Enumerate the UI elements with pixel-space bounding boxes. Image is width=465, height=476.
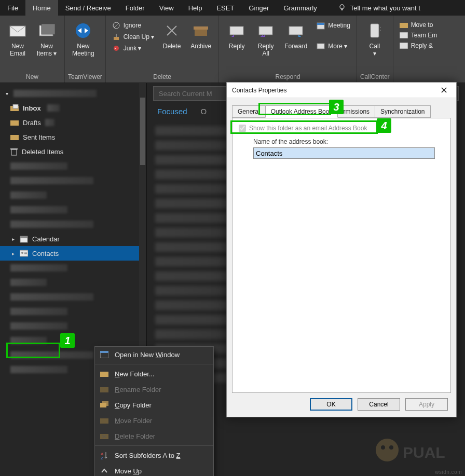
reply-all-icon: [258, 24, 273, 37]
folder-redacted[interactable]: [0, 202, 146, 217]
new-email-button[interactable]: New Email: [3, 18, 32, 57]
call-button[interactable]: Call ▾: [360, 18, 389, 57]
new-items-icon: [38, 24, 55, 37]
dialog-ok-button[interactable]: OK: [310, 398, 352, 411]
svg-rect-20: [400, 23, 408, 28]
junk-button[interactable]: Junk ▾: [109, 43, 157, 54]
tell-me-search[interactable]: Tell me what you want t: [331, 0, 428, 16]
delete-button[interactable]: Delete: [157, 18, 186, 50]
folder-redacted[interactable]: [0, 159, 146, 173]
watermark-graphic: PUAL: [361, 429, 455, 471]
svg-rect-28: [10, 148, 18, 149]
scrollbar-thumb[interactable]: [140, 98, 145, 165]
more-icon: [317, 42, 325, 50]
menu-eset[interactable]: ESET: [209, 0, 241, 16]
nav-calendar[interactable]: ▸ Calendar: [0, 232, 146, 246]
dialog-titlebar: Contacts Properties ✕: [227, 83, 456, 98]
svg-rect-12: [194, 26, 208, 30]
menu-home[interactable]: Home: [25, 0, 58, 16]
ribbon-group-callcenter-label: CallCenter: [360, 72, 390, 83]
addressbook-name-input[interactable]: [253, 147, 435, 159]
ribbon-group-teamviewer-label: TeamViewer: [68, 72, 102, 83]
reply-delete-button[interactable]: Reply &: [396, 40, 441, 51]
ctx-open-new-window[interactable]: Open in New Window: [95, 347, 213, 362]
folder-redacted[interactable]: [0, 290, 146, 304]
moveto-button[interactable]: Move to: [396, 20, 441, 30]
svg-rect-22: [400, 43, 408, 49]
folder-redacted[interactable]: [0, 173, 146, 188]
meeting-button[interactable]: Meeting: [313, 20, 353, 31]
ignore-button[interactable]: Ignore: [109, 20, 157, 31]
svg-rect-13: [230, 26, 243, 35]
dialog-cancel-button[interactable]: Cancel: [358, 398, 400, 411]
menu-ginger[interactable]: Ginger: [241, 0, 276, 16]
annotation-number-3: 3: [329, 100, 344, 114]
folder-redacted[interactable]: [0, 275, 146, 290]
menu-help[interactable]: Help: [181, 0, 210, 16]
dialog-tab-addressbook[interactable]: Outlook Address Book: [265, 105, 338, 118]
svg-point-49: [376, 439, 399, 461]
svg-rect-11: [195, 29, 207, 36]
cleanup-button[interactable]: Clean Up ▾: [109, 31, 157, 43]
show-folder-checkbox[interactable]: [239, 125, 246, 132]
tab-focused[interactable]: Focused: [157, 107, 187, 116]
tab-other[interactable]: O: [201, 107, 207, 116]
ctx-move-up[interactable]: Move Up: [95, 463, 213, 476]
new-items-button[interactable]: New Items ▾: [32, 18, 61, 57]
nav-contacts[interactable]: ▸ Contacts: [0, 246, 146, 261]
folder-redacted[interactable]: [0, 304, 146, 319]
ctx-sort-az[interactable]: AZ Sort Subfolders A to Z: [95, 447, 213, 463]
menu-view[interactable]: View: [152, 0, 181, 16]
account-header[interactable]: ▾: [0, 86, 146, 101]
menu-folder[interactable]: Folder: [118, 0, 152, 16]
ctx-copy-folder[interactable]: Copy Folder: [95, 397, 213, 413]
menu-grammarly[interactable]: Grammarly: [276, 0, 324, 16]
dialog-tab-general[interactable]: General: [232, 105, 266, 118]
folder-drafts[interactable]: Drafts: [0, 115, 146, 130]
ribbon-group-new-label: New: [3, 72, 61, 83]
ribbon-group-respond-label: Respond: [222, 72, 353, 83]
svg-rect-21: [400, 32, 408, 38]
folder-redacted[interactable]: [0, 319, 146, 333]
folder-deleted[interactable]: Deleted Items: [0, 144, 146, 159]
reply-all-button[interactable]: Reply All: [251, 18, 280, 57]
new-meeting-button[interactable]: New Meeting: [68, 18, 99, 57]
svg-rect-17: [317, 23, 324, 25]
folder-redacted[interactable]: [0, 217, 146, 232]
folder-sent-label: Sent Items: [23, 133, 55, 141]
forward-button[interactable]: Forward: [280, 18, 311, 50]
dialog-close-button[interactable]: ✕: [437, 85, 451, 96]
svg-rect-4: [42, 24, 55, 34]
context-menu: Open in New Window New Folder... Rename …: [94, 346, 214, 476]
archive-button[interactable]: Archive: [186, 18, 215, 50]
watermark-text: wsidn.com: [435, 469, 462, 475]
svg-point-9: [114, 46, 119, 51]
inbox-icon: [10, 104, 19, 112]
folder-inbox-label: Inbox: [23, 104, 41, 112]
svg-rect-27: [11, 149, 17, 155]
respond-more-button[interactable]: More ▾: [313, 40, 353, 52]
archive-icon: [194, 24, 208, 37]
new-email-label: New Email: [10, 43, 25, 57]
ctx-label: Rename Folder: [115, 386, 161, 393]
svg-rect-18: [317, 44, 324, 49]
dialog-apply-button: Apply: [405, 398, 448, 411]
folder-deleted-label: Deleted Items: [22, 148, 63, 156]
svg-line-7: [114, 23, 118, 28]
junk-icon: [112, 44, 120, 52]
ctx-label: Move Folder: [115, 417, 152, 425]
reply-button[interactable]: Reply: [222, 18, 251, 50]
show-folder-checkbox-row[interactable]: Show this folder as an email Address Boo…: [239, 125, 444, 132]
folder-redacted[interactable]: [0, 261, 146, 275]
folder-inbox[interactable]: Inbox: [0, 101, 146, 115]
dialog-tab-sync[interactable]: Synchronization: [375, 105, 430, 118]
ribbon-group-delete-label: Delete: [109, 72, 215, 83]
ctx-label: Open in New Window: [115, 351, 180, 359]
folder-sent[interactable]: Sent Items: [0, 130, 146, 144]
ribbon-group-respond: Reply Reply All Forward Meeting More ▾ R…: [219, 16, 357, 83]
menu-file[interactable]: File: [0, 0, 25, 16]
menu-sendreceive[interactable]: Send / Receive: [58, 0, 118, 16]
ctx-new-folder[interactable]: New Folder...: [95, 366, 213, 382]
folder-redacted[interactable]: [0, 188, 146, 202]
team-email-button[interactable]: Team Em: [396, 30, 441, 40]
